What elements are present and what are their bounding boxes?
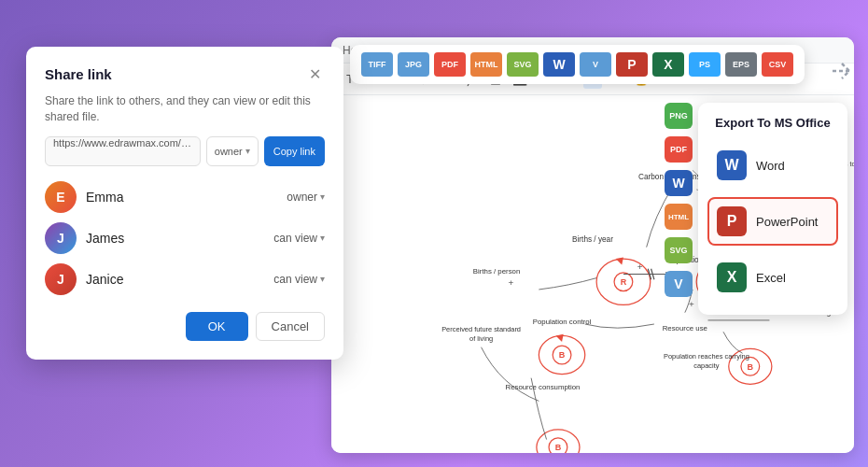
janice-role-label: can view <box>273 273 317 286</box>
ppt-icon: P <box>717 206 747 236</box>
avatar-james-img: J <box>45 222 77 254</box>
svg-text:capacity: capacity <box>693 361 719 370</box>
word-icon: W <box>717 150 747 180</box>
arrow-indicator <box>823 54 857 93</box>
james-role-dropdown[interactable]: can view ▾ <box>273 232 325 245</box>
link-role-dropdown[interactable]: owner ▾ <box>206 136 259 166</box>
pdf-button[interactable]: PDF <box>434 52 466 77</box>
eps-button[interactable]: EPS <box>725 52 757 77</box>
csv-button[interactable]: CSV <box>762 52 793 77</box>
share-dialog: Share link ✕ Share the link to others, a… <box>26 47 343 360</box>
export-panel-title: Export To MS Office <box>707 116 838 130</box>
export-panel: Export To MS Office W Word P PowerPoint … <box>698 103 847 315</box>
user-name-emma: Emma <box>86 190 123 205</box>
svg-text:+: + <box>508 277 513 288</box>
dialog-actions: OK Cancel <box>45 312 325 341</box>
cancel-button[interactable]: Cancel <box>256 312 325 341</box>
emma-role-label: owner <box>287 191 317 204</box>
side-word-icon[interactable]: W <box>665 170 693 196</box>
jpg-button[interactable]: JPG <box>398 52 429 77</box>
james-role-label: can view <box>273 232 317 245</box>
avatar-janice: J <box>45 263 77 295</box>
svg-text:Perceived future standard: Perceived future standard <box>441 325 521 333</box>
emma-chevron-icon: ▾ <box>320 191 325 202</box>
word-label: Word <box>756 159 785 173</box>
user-row-james: J James can view ▾ <box>45 222 325 254</box>
user-name-james: James <box>86 231 124 246</box>
ppt-label: PowerPoint <box>756 215 818 229</box>
side-v-icon[interactable]: V <box>665 271 693 297</box>
export-ppt-item[interactable]: P PowerPoint <box>707 197 838 246</box>
excel-label: Excel <box>756 271 786 285</box>
user-info-emma: E Emma <box>45 181 123 213</box>
ps-button[interactable]: PS <box>689 52 721 77</box>
html-button[interactable]: HTML <box>470 52 502 77</box>
svg-text:Resource consumption: Resource consumption <box>506 383 581 391</box>
format-toolbar: TIFF JPG PDF HTML SVG W V P X PS EPS CSV <box>350 45 805 84</box>
svg-text:R: R <box>621 277 627 287</box>
link-row: https://www.edrawmax.com/online/fil owne… <box>45 136 325 166</box>
user-row-janice: J Janice can view ▾ <box>45 263 325 295</box>
svg-text:B: B <box>555 443 562 452</box>
ok-button[interactable]: OK <box>186 312 248 341</box>
word-button[interactable]: W <box>543 52 575 77</box>
svg-button[interactable]: SVG <box>507 52 539 77</box>
svg-text:B: B <box>559 350 566 360</box>
side-pdf-icon[interactable]: PDF <box>665 136 693 163</box>
avatar-james: J <box>45 222 77 254</box>
svg-text:Births / year: Births / year <box>572 235 613 244</box>
svg-text:of living: of living <box>469 334 493 343</box>
v-button[interactable]: V <box>580 52 611 77</box>
dialog-title: Share link <box>45 66 112 82</box>
avatar-emma-img: E <box>45 181 77 213</box>
side-svg-icon[interactable]: SVG <box>665 237 693 263</box>
link-url-display: https://www.edrawmax.com/online/fil <box>45 136 201 166</box>
excel-button[interactable]: X <box>652 52 684 77</box>
ppt-button[interactable]: P <box>616 52 648 77</box>
dialog-description: Share the link to others, and they can v… <box>45 93 325 125</box>
svg-text:+: + <box>689 299 694 309</box>
excel-icon: X <box>717 262 747 292</box>
svg-text:Population control: Population control <box>533 318 592 326</box>
user-row-emma: E Emma owner ▾ <box>45 181 325 213</box>
copy-link-button[interactable]: Copy link <box>264 136 325 166</box>
close-button[interactable]: ✕ <box>304 64 325 84</box>
user-name-janice: Janice <box>86 272 123 287</box>
emma-role-dropdown[interactable]: owner ▾ <box>287 191 325 204</box>
janice-chevron-icon: ▾ <box>320 274 325 284</box>
janice-role-dropdown[interactable]: can view ▾ <box>273 273 325 286</box>
tiff-button[interactable]: TIFF <box>361 52 393 77</box>
side-icons: PNG PDF W HTML SVG V <box>665 103 693 297</box>
avatar-emma: E <box>45 181 77 213</box>
user-info-james: J James <box>45 222 124 254</box>
svg-text:+: + <box>637 262 643 272</box>
dialog-header: Share link ✕ <box>45 64 325 84</box>
link-role-label: owner <box>215 146 243 157</box>
user-list: E Emma owner ▾ J James can view ▾ <box>45 181 325 295</box>
svg-text:Resource use: Resource use <box>663 324 707 333</box>
export-excel-item[interactable]: X Excel <box>707 253 838 302</box>
user-info-janice: J Janice <box>45 263 123 295</box>
side-html-icon[interactable]: HTML <box>665 204 693 230</box>
svg-text:Population reaches carrying: Population reaches carrying <box>664 352 749 361</box>
james-chevron-icon: ▾ <box>320 233 325 243</box>
svg-text:Births / person: Births / person <box>473 268 520 276</box>
svg-text:B: B <box>748 362 754 372</box>
side-png-icon[interactable]: PNG <box>665 103 693 129</box>
avatar-janice-img: J <box>45 263 77 295</box>
role-chevron-icon: ▾ <box>245 146 250 156</box>
export-items: W Word P PowerPoint X Excel <box>707 141 838 302</box>
export-word-item[interactable]: W Word <box>707 141 838 190</box>
